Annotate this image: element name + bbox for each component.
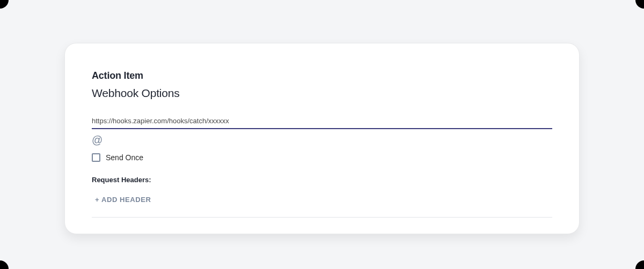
add-header-button[interactable]: + ADD HEADER bbox=[92, 196, 151, 204]
request-headers-label: Request Headers: bbox=[92, 176, 552, 184]
divider bbox=[92, 217, 552, 218]
section-label: Action Item bbox=[92, 70, 552, 81]
mention-icon[interactable]: @ bbox=[92, 134, 103, 145]
webhook-options-card: Action Item Webhook Options @ Send Once … bbox=[64, 43, 580, 234]
send-once-checkbox[interactable] bbox=[92, 153, 100, 162]
send-once-row: Send Once bbox=[92, 153, 552, 162]
webhook-url-input[interactable] bbox=[92, 115, 552, 129]
send-once-label: Send Once bbox=[106, 153, 143, 162]
section-title: Webhook Options bbox=[92, 87, 552, 100]
